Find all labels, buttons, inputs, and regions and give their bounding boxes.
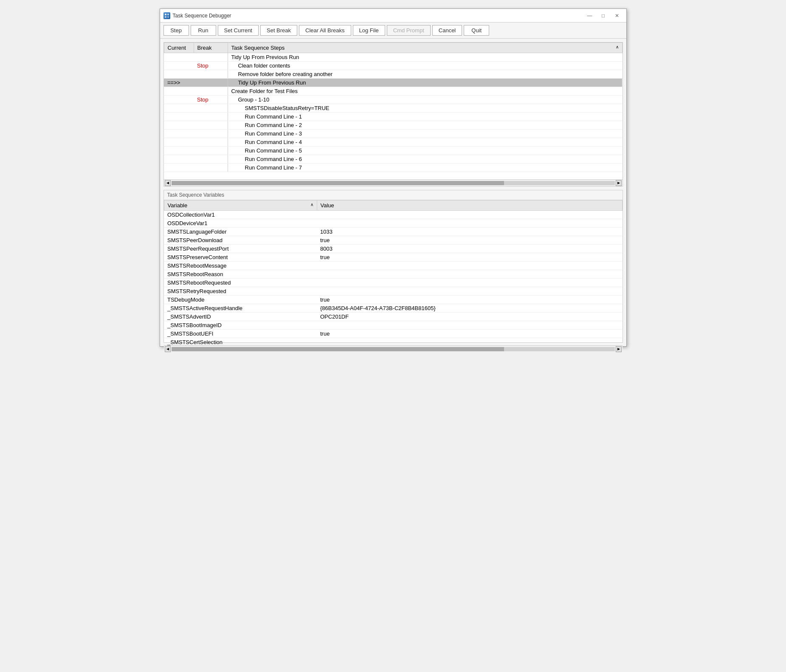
header-value: Value xyxy=(317,200,622,211)
table-row[interactable]: OSDCollectionVar1 xyxy=(164,211,622,219)
cell-variable: OSDDeviceVar1 xyxy=(164,219,317,228)
cell-break xyxy=(194,138,228,147)
sort-asc-icon: ∧ xyxy=(616,45,619,49)
sequence-table-scroll[interactable]: Current Break Task Sequence Steps ∧ xyxy=(164,42,623,179)
table-row[interactable]: Run Command Line - 5 xyxy=(164,147,622,155)
window-controls: — □ ✕ xyxy=(584,11,623,20)
cell-current xyxy=(164,164,194,172)
cell-step: Run Command Line - 4 xyxy=(228,138,622,147)
table-row[interactable]: Run Command Line - 3 xyxy=(164,130,622,138)
table-row[interactable]: SMSTSRetryRequested xyxy=(164,287,622,296)
cell-value: true xyxy=(317,253,622,262)
table-row[interactable]: _SMSTSAdvertIDOPC201DF xyxy=(164,313,622,321)
table-row[interactable]: Run Command Line - 7 xyxy=(164,164,622,172)
set-current-button[interactable]: Set Current xyxy=(218,25,259,36)
svg-rect-2 xyxy=(165,16,166,18)
vars-scroll-thumb xyxy=(172,347,504,351)
table-row[interactable]: Create Folder for Test Files xyxy=(164,87,622,96)
vars-scroll-left-arrow[interactable]: ◀ xyxy=(165,346,171,352)
table-row[interactable]: _SMSTSBootUEFItrue xyxy=(164,330,622,338)
clear-all-breaks-button[interactable]: Clear All Breaks xyxy=(299,25,351,36)
title-bar: Task Sequence Debugger — □ ✕ xyxy=(160,9,626,23)
log-file-button[interactable]: Log File xyxy=(353,25,385,36)
table-row[interactable]: SMSTSRebootMessage xyxy=(164,262,622,270)
run-button[interactable]: Run xyxy=(191,25,216,36)
svg-rect-3 xyxy=(167,16,169,18)
cell-current xyxy=(164,62,194,70)
table-row[interactable]: TSDebugModetrue xyxy=(164,296,622,304)
cell-step: Tidy Up From Previous Run xyxy=(228,53,622,62)
table-row[interactable]: OSDDeviceVar1 xyxy=(164,219,622,228)
scroll-track[interactable] xyxy=(172,181,615,185)
table-row[interactable]: Remove folder before creating another xyxy=(164,70,622,79)
close-button[interactable]: ✕ xyxy=(611,11,623,20)
cell-value xyxy=(317,321,622,330)
table-row[interactable]: Tidy Up From Previous Run xyxy=(164,53,622,62)
table-row[interactable]: _SMSTSCertSelection xyxy=(164,338,622,346)
quit-button[interactable]: Quit xyxy=(464,25,489,36)
table-row[interactable]: SMSTSRebootRequested xyxy=(164,279,622,287)
vars-scroll-right-arrow[interactable]: ▶ xyxy=(616,346,622,352)
table-row[interactable]: SMSTSPeerDownloadtrue xyxy=(164,236,622,245)
table-row[interactable]: StopClean folder contents xyxy=(164,62,622,70)
cell-value xyxy=(317,211,622,219)
table-row[interactable]: SMSTSPreserveContenttrue xyxy=(164,253,622,262)
toolbar: Step Run Set Current Set Break Clear All… xyxy=(160,23,626,39)
cell-variable: TSDebugMode xyxy=(164,296,317,304)
sequence-table: Current Break Task Sequence Steps ∧ xyxy=(164,42,623,172)
cell-variable: _SMSTSBootUEFI xyxy=(164,330,317,338)
variables-table-scroll[interactable]: Variable ∧ Value OSDCollectionVar1OSDDev… xyxy=(164,200,623,345)
table-row[interactable]: _SMSTSActiveRequestHandle{86B345D4-A04F-… xyxy=(164,304,622,313)
cell-break xyxy=(194,164,228,172)
cell-step: Tidy Up From Previous Run xyxy=(228,79,622,87)
cell-current xyxy=(164,130,194,138)
scroll-thumb xyxy=(172,181,504,185)
window-title: Task Sequence Debugger xyxy=(173,13,231,19)
scroll-left-arrow[interactable]: ◀ xyxy=(165,180,171,186)
header-steps: Task Sequence Steps ∧ xyxy=(228,43,622,53)
cell-break xyxy=(194,121,228,130)
main-window: Task Sequence Debugger — □ ✕ Step Run Se… xyxy=(160,8,627,347)
cell-break: Stop xyxy=(194,62,228,70)
table-row[interactable]: Run Command Line - 2 xyxy=(164,121,622,130)
horizontal-scrollbar[interactable]: ◀ ▶ xyxy=(164,179,623,186)
cell-break xyxy=(194,130,228,138)
table-row[interactable]: SMSTSPeerRequestPort8003 xyxy=(164,245,622,253)
table-row[interactable]: ==>>Tidy Up From Previous Run xyxy=(164,79,622,87)
cell-variable: SMSTSRebootRequested xyxy=(164,279,317,287)
sequence-panel: Current Break Task Sequence Steps ∧ xyxy=(163,42,623,186)
cell-variable: SMSTSPreserveContent xyxy=(164,253,317,262)
cell-variable: SMSTSRebootMessage xyxy=(164,262,317,270)
table-row[interactable]: Run Command Line - 4 xyxy=(164,138,622,147)
scroll-right-arrow[interactable]: ▶ xyxy=(616,180,622,186)
vars-scroll-track[interactable] xyxy=(172,347,615,351)
table-row[interactable]: SMSTSRebootReason xyxy=(164,270,622,279)
cell-break xyxy=(194,147,228,155)
cell-value: OPC201DF xyxy=(317,313,622,321)
cell-current xyxy=(164,53,194,62)
set-break-button[interactable]: Set Break xyxy=(260,25,297,36)
table-row[interactable]: SMSTSDisableStatusRetry=TRUE xyxy=(164,104,622,113)
cell-variable: SMSTSPeerDownload xyxy=(164,236,317,245)
cell-break xyxy=(194,113,228,121)
cell-variable: SMSTSPeerRequestPort xyxy=(164,245,317,253)
vars-horizontal-scrollbar[interactable]: ◀ ▶ xyxy=(164,345,623,352)
cell-variable: _SMSTSCertSelection xyxy=(164,338,317,346)
table-row[interactable]: Run Command Line - 1 xyxy=(164,113,622,121)
sequence-table-wrapper: Current Break Task Sequence Steps ∧ xyxy=(164,42,623,186)
cell-step: Run Command Line - 5 xyxy=(228,147,622,155)
minimize-button[interactable]: — xyxy=(584,11,596,20)
table-row[interactable]: StopGroup - 1-10 xyxy=(164,96,622,104)
maximize-button[interactable]: □ xyxy=(597,11,609,20)
variables-panel: Task Sequence Variables Variable ∧ Value xyxy=(163,190,623,343)
cell-step: Run Command Line - 6 xyxy=(228,155,622,164)
cell-break xyxy=(194,70,228,79)
table-row[interactable]: _SMSTSBootImageID xyxy=(164,321,622,330)
sequence-rows: Tidy Up From Previous RunStopClean folde… xyxy=(164,53,622,172)
cell-break xyxy=(194,87,228,96)
cancel-button[interactable]: Cancel xyxy=(432,25,462,36)
table-row[interactable]: SMSTSLanguageFolder1033 xyxy=(164,228,622,236)
table-row[interactable]: Run Command Line - 6 xyxy=(164,155,622,164)
cell-value: 8003 xyxy=(317,245,622,253)
step-button[interactable]: Step xyxy=(163,25,189,36)
